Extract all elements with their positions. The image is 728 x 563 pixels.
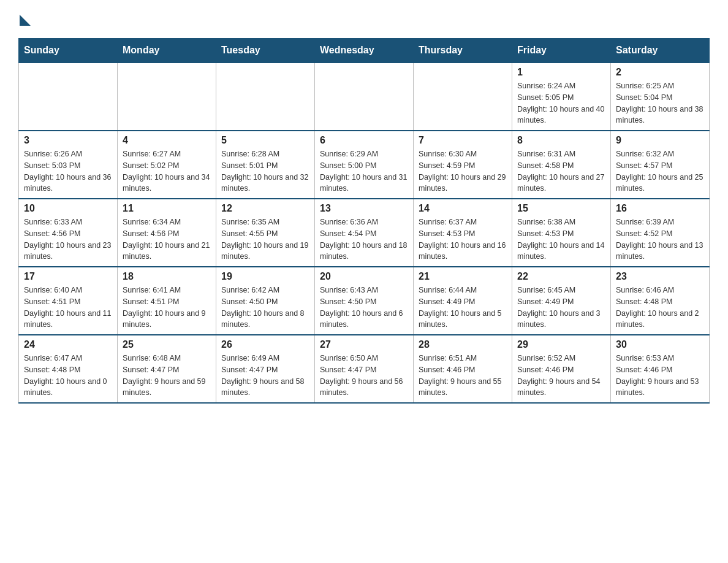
day-number: 19 [221, 271, 309, 282]
day-number: 27 [320, 339, 408, 350]
day-info: Sunrise: 6:24 AM Sunset: 5:05 PM Dayligh… [517, 80, 605, 126]
day-info: Sunrise: 6:41 AM Sunset: 4:51 PM Dayligh… [123, 285, 211, 331]
day-of-week-header: Sunday [19, 39, 118, 63]
day-number: 4 [123, 135, 211, 146]
day-number: 15 [517, 203, 605, 214]
day-number: 20 [320, 271, 408, 282]
calendar-cell: 16Sunrise: 6:39 AM Sunset: 4:52 PM Dayli… [611, 199, 710, 267]
logo-arrow-icon [20, 15, 31, 26]
calendar-cell: 18Sunrise: 6:41 AM Sunset: 4:51 PM Dayli… [118, 267, 216, 335]
day-info: Sunrise: 6:46 AM Sunset: 4:48 PM Dayligh… [616, 285, 704, 331]
calendar-cell: 22Sunrise: 6:45 AM Sunset: 4:49 PM Dayli… [512, 267, 611, 335]
day-info: Sunrise: 6:49 AM Sunset: 4:47 PM Dayligh… [221, 353, 309, 399]
calendar-cell: 17Sunrise: 6:40 AM Sunset: 4:51 PM Dayli… [19, 267, 118, 335]
day-info: Sunrise: 6:47 AM Sunset: 4:48 PM Dayligh… [24, 353, 112, 399]
calendar-cell: 8Sunrise: 6:31 AM Sunset: 4:58 PM Daylig… [512, 131, 611, 199]
day-info: Sunrise: 6:31 AM Sunset: 4:58 PM Dayligh… [517, 148, 605, 194]
calendar-cell [414, 63, 512, 131]
day-number: 12 [221, 203, 309, 214]
calendar-cell: 5Sunrise: 6:28 AM Sunset: 5:01 PM Daylig… [216, 131, 315, 199]
day-info: Sunrise: 6:39 AM Sunset: 4:52 PM Dayligh… [616, 216, 704, 262]
calendar-cell: 30Sunrise: 6:53 AM Sunset: 4:46 PM Dayli… [611, 335, 710, 403]
day-number: 6 [320, 135, 408, 146]
day-info: Sunrise: 6:36 AM Sunset: 4:54 PM Dayligh… [320, 216, 408, 262]
calendar-week-row: 3Sunrise: 6:26 AM Sunset: 5:03 PM Daylig… [19, 131, 710, 199]
calendar-cell: 15Sunrise: 6:38 AM Sunset: 4:53 PM Dayli… [512, 199, 611, 267]
day-number: 18 [123, 271, 211, 282]
day-number: 5 [221, 135, 309, 146]
day-number: 29 [517, 339, 605, 350]
day-of-week-header: Tuesday [216, 39, 315, 63]
logo [18, 12, 31, 26]
day-number: 30 [616, 339, 704, 350]
day-number: 7 [419, 135, 507, 146]
calendar-week-row: 10Sunrise: 6:33 AM Sunset: 4:56 PM Dayli… [19, 199, 710, 267]
day-number: 1 [517, 67, 605, 78]
calendar-cell: 7Sunrise: 6:30 AM Sunset: 4:59 PM Daylig… [414, 131, 512, 199]
day-info: Sunrise: 6:43 AM Sunset: 4:50 PM Dayligh… [320, 285, 408, 331]
day-number: 13 [320, 203, 408, 214]
calendar-cell [19, 63, 118, 131]
calendar-cell: 3Sunrise: 6:26 AM Sunset: 5:03 PM Daylig… [19, 131, 118, 199]
day-of-week-header: Thursday [414, 39, 512, 63]
day-info: Sunrise: 6:35 AM Sunset: 4:55 PM Dayligh… [221, 216, 309, 262]
calendar-table: SundayMondayTuesdayWednesdayThursdayFrid… [18, 38, 710, 404]
day-info: Sunrise: 6:38 AM Sunset: 4:53 PM Dayligh… [517, 216, 605, 262]
day-info: Sunrise: 6:42 AM Sunset: 4:50 PM Dayligh… [221, 285, 309, 331]
calendar-cell [118, 63, 216, 131]
calendar-cell: 9Sunrise: 6:32 AM Sunset: 4:57 PM Daylig… [611, 131, 710, 199]
day-number: 14 [419, 203, 507, 214]
day-info: Sunrise: 6:33 AM Sunset: 4:56 PM Dayligh… [24, 216, 112, 262]
day-info: Sunrise: 6:37 AM Sunset: 4:53 PM Dayligh… [419, 216, 507, 262]
day-info: Sunrise: 6:26 AM Sunset: 5:03 PM Dayligh… [24, 148, 112, 194]
day-info: Sunrise: 6:50 AM Sunset: 4:47 PM Dayligh… [320, 353, 408, 399]
calendar-week-row: 24Sunrise: 6:47 AM Sunset: 4:48 PM Dayli… [19, 335, 710, 403]
day-number: 24 [24, 339, 112, 350]
day-number: 10 [24, 203, 112, 214]
day-info: Sunrise: 6:53 AM Sunset: 4:46 PM Dayligh… [616, 353, 704, 399]
calendar-cell: 14Sunrise: 6:37 AM Sunset: 4:53 PM Dayli… [414, 199, 512, 267]
day-of-week-header: Wednesday [315, 39, 414, 63]
day-info: Sunrise: 6:51 AM Sunset: 4:46 PM Dayligh… [419, 353, 507, 399]
calendar-cell: 4Sunrise: 6:27 AM Sunset: 5:02 PM Daylig… [118, 131, 216, 199]
calendar-cell: 20Sunrise: 6:43 AM Sunset: 4:50 PM Dayli… [315, 267, 414, 335]
calendar-cell: 25Sunrise: 6:48 AM Sunset: 4:47 PM Dayli… [118, 335, 216, 403]
day-info: Sunrise: 6:27 AM Sunset: 5:02 PM Dayligh… [123, 148, 211, 194]
calendar-cell: 19Sunrise: 6:42 AM Sunset: 4:50 PM Dayli… [216, 267, 315, 335]
day-info: Sunrise: 6:28 AM Sunset: 5:01 PM Dayligh… [221, 148, 309, 194]
calendar-cell [216, 63, 315, 131]
day-number: 23 [616, 271, 704, 282]
calendar-cell: 12Sunrise: 6:35 AM Sunset: 4:55 PM Dayli… [216, 199, 315, 267]
day-info: Sunrise: 6:29 AM Sunset: 5:00 PM Dayligh… [320, 148, 408, 194]
calendar-cell: 1Sunrise: 6:24 AM Sunset: 5:05 PM Daylig… [512, 63, 611, 131]
day-number: 9 [616, 135, 704, 146]
calendar-cell: 11Sunrise: 6:34 AM Sunset: 4:56 PM Dayli… [118, 199, 216, 267]
calendar-cell: 2Sunrise: 6:25 AM Sunset: 5:04 PM Daylig… [611, 63, 710, 131]
day-number: 26 [221, 339, 309, 350]
day-info: Sunrise: 6:45 AM Sunset: 4:49 PM Dayligh… [517, 285, 605, 331]
day-info: Sunrise: 6:25 AM Sunset: 5:04 PM Dayligh… [616, 80, 704, 126]
calendar-cell: 27Sunrise: 6:50 AM Sunset: 4:47 PM Dayli… [315, 335, 414, 403]
day-number: 28 [419, 339, 507, 350]
day-info: Sunrise: 6:52 AM Sunset: 4:46 PM Dayligh… [517, 353, 605, 399]
calendar-cell: 28Sunrise: 6:51 AM Sunset: 4:46 PM Dayli… [414, 335, 512, 403]
calendar-cell [315, 63, 414, 131]
day-number: 2 [616, 67, 704, 78]
calendar-cell: 21Sunrise: 6:44 AM Sunset: 4:49 PM Dayli… [414, 267, 512, 335]
day-info: Sunrise: 6:34 AM Sunset: 4:56 PM Dayligh… [123, 216, 211, 262]
day-number: 21 [419, 271, 507, 282]
day-number: 16 [616, 203, 704, 214]
day-info: Sunrise: 6:40 AM Sunset: 4:51 PM Dayligh… [24, 285, 112, 331]
day-number: 3 [24, 135, 112, 146]
calendar-cell: 6Sunrise: 6:29 AM Sunset: 5:00 PM Daylig… [315, 131, 414, 199]
day-number: 11 [123, 203, 211, 214]
calendar-cell: 13Sunrise: 6:36 AM Sunset: 4:54 PM Dayli… [315, 199, 414, 267]
day-info: Sunrise: 6:44 AM Sunset: 4:49 PM Dayligh… [419, 285, 507, 331]
calendar-cell: 10Sunrise: 6:33 AM Sunset: 4:56 PM Dayli… [19, 199, 118, 267]
day-of-week-header: Friday [512, 39, 611, 63]
day-number: 25 [123, 339, 211, 350]
calendar-cell: 26Sunrise: 6:49 AM Sunset: 4:47 PM Dayli… [216, 335, 315, 403]
calendar-week-row: 17Sunrise: 6:40 AM Sunset: 4:51 PM Dayli… [19, 267, 710, 335]
day-info: Sunrise: 6:30 AM Sunset: 4:59 PM Dayligh… [419, 148, 507, 194]
page-header [18, 12, 710, 26]
